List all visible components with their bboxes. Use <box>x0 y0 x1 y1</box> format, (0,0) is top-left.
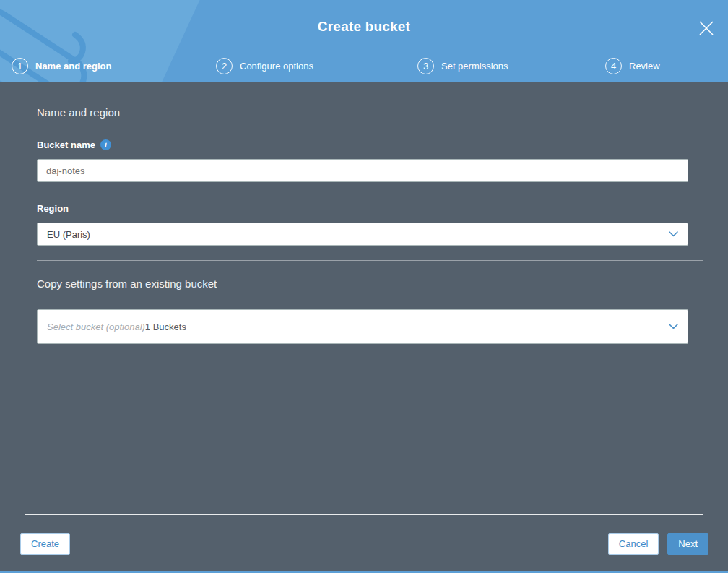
close-icon[interactable] <box>698 20 715 37</box>
modal-body: Name and region Bucket name i Region EU … <box>0 106 728 344</box>
bucket-name-input[interactable] <box>37 159 688 182</box>
cancel-button[interactable]: Cancel <box>608 533 659 555</box>
step-number: 3 <box>417 58 434 74</box>
info-icon[interactable]: i <box>100 139 111 150</box>
step-label: Review <box>629 61 660 72</box>
region-label-text: Region <box>37 203 69 214</box>
step-review[interactable]: 4 Review <box>605 58 728 74</box>
create-bucket-modal: Create bucket 1 Name and region 2 Config… <box>0 0 728 573</box>
step-label: Name and region <box>35 61 111 72</box>
step-set-permissions[interactable]: 3 Set permissions <box>417 58 605 74</box>
bucket-count-text: 1 Buckets <box>145 322 186 332</box>
section-divider <box>37 260 703 261</box>
bucket-name-label-text: Bucket name <box>37 139 95 150</box>
copy-settings-heading: Copy settings from an existing bucket <box>37 277 688 290</box>
step-configure-options[interactable]: 2 Configure options <box>216 58 417 74</box>
modal-header: Create bucket 1 Name and region 2 Config… <box>0 0 728 82</box>
region-label: Region <box>37 203 688 214</box>
bucket-name-label: Bucket name i <box>37 139 688 150</box>
wizard-steps: 1 Name and region 2 Configure options 3 … <box>12 58 728 74</box>
page-title: Create bucket <box>0 19 728 35</box>
step-name-and-region[interactable]: 1 Name and region <box>12 58 216 74</box>
region-select[interactable]: EU (Paris) <box>37 223 688 246</box>
footer-divider <box>25 514 703 515</box>
step-label: Set permissions <box>441 61 508 72</box>
copy-bucket-select[interactable]: Select bucket (optional) 1 Buckets <box>37 309 688 344</box>
footer-buttons: Create Cancel Next <box>20 533 708 555</box>
create-button[interactable]: Create <box>20 533 70 555</box>
footer-right-buttons: Cancel Next <box>608 533 708 555</box>
step-label: Configure options <box>240 61 313 72</box>
next-button[interactable]: Next <box>667 533 708 555</box>
step-number: 4 <box>605 58 622 74</box>
step-number: 2 <box>216 58 233 74</box>
step-number: 1 <box>12 58 28 74</box>
section-heading: Name and region <box>37 106 688 119</box>
copy-bucket-placeholder: Select bucket (optional) <box>47 322 145 332</box>
chevron-down-icon <box>669 324 678 329</box>
region-selected-value: EU (Paris) <box>47 229 90 240</box>
chevron-down-icon <box>669 231 678 237</box>
